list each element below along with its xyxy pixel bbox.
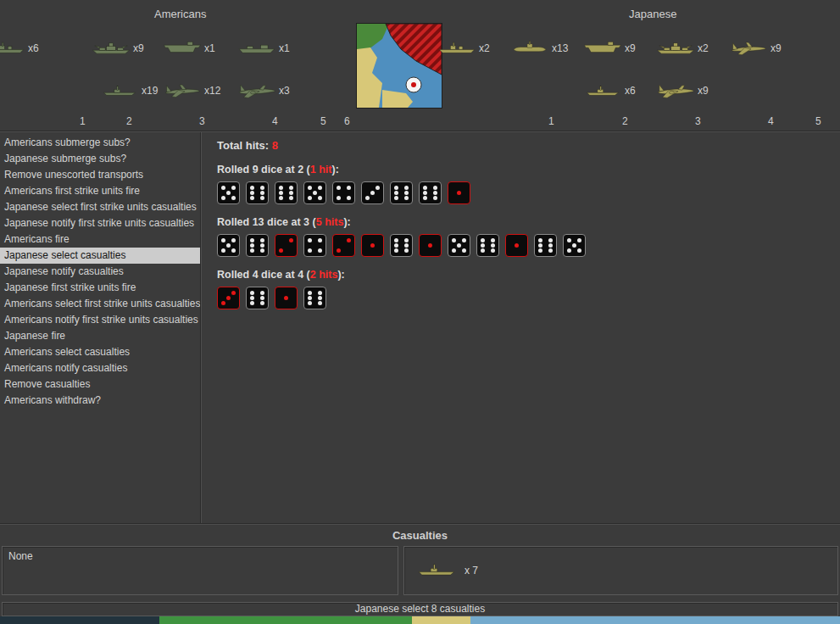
unit-count: x6 [625, 85, 636, 97]
unit-count: x12 [204, 85, 220, 97]
battle-steps-list: Americans submerge subs?Japanese submerg… [0, 132, 201, 523]
battle-step-item: Americans first strike units fire [0, 183, 200, 199]
die-6-miss [246, 181, 269, 204]
unit-count: x19 [142, 85, 158, 97]
unit-count: x2 [479, 42, 490, 54]
unit-count: x9 [770, 42, 782, 54]
casualties-none-text: None [8, 550, 33, 562]
die-5-miss [303, 181, 326, 204]
battle-status-bar: Japanese select 8 casualties [2, 602, 838, 616]
background-map-strip [0, 616, 840, 624]
die-6-miss [419, 181, 442, 204]
battle-window: Americans Japanese x6x9x1x1x19x12x3x2 [0, 0, 840, 624]
die-5-miss [563, 234, 586, 257]
die-1-hit [419, 234, 442, 257]
battle-map-image [357, 24, 442, 108]
casualty-unit[interactable] [414, 557, 459, 585]
total-hits-value: 8 [272, 139, 278, 152]
die-1-hit [448, 181, 470, 204]
die-4-miss [332, 181, 355, 204]
die-6-miss [303, 287, 326, 309]
attack-column-americans-5: 5 [320, 115, 326, 127]
battle-step-item: Remove casualties [0, 376, 200, 393]
casualties-selected-panel: x 7 [403, 546, 838, 595]
dice-row [217, 181, 840, 204]
battle-step-item: Americans withdraw? [0, 393, 200, 409]
total-hits-label: Total hits: [217, 139, 269, 152]
battleship-icon [92, 37, 131, 59]
unit-japanese-bomber: x9 [656, 78, 709, 103]
battle-step-item: Americans fire [0, 231, 200, 248]
battle-step-item: Japanese submerge subs? [0, 151, 200, 167]
die-6-miss [476, 234, 499, 257]
die-1-hit [361, 234, 384, 257]
attack-column-americans-3: 3 [199, 115, 205, 127]
attack-column-americans-6: 6 [344, 115, 350, 127]
battle-step-item: Remove unescorted transports [0, 167, 200, 183]
destroyer-icon [100, 80, 139, 102]
cruiser-icon [437, 37, 476, 59]
unit-count: x1 [279, 42, 290, 54]
battle-map-thumbnail [357, 24, 442, 108]
battle-step-item: Americans notify casualties [0, 360, 200, 376]
battle-step-item: Americans select casualties [0, 344, 200, 360]
die-2-hit [332, 234, 355, 257]
battle-step-item: Japanese first strike units fire [0, 280, 200, 296]
battle-step-item: Japanese fire [0, 328, 200, 344]
battle-step-item: Japanese select first strike units casua… [0, 199, 200, 215]
dice-roll-label: Rolled 4 dice at 4 (2 hits): [217, 269, 840, 281]
die-2-hit [275, 234, 298, 257]
die-6-miss [390, 234, 413, 257]
unit-count: x1 [204, 42, 215, 54]
fighter-icon [729, 37, 768, 59]
die-5-miss [217, 234, 240, 257]
attack-column-japanese-3: 3 [695, 115, 701, 127]
dice-roll-label: Rolled 13 dice at 3 (5 hits): [217, 216, 840, 228]
bomber-icon [237, 80, 276, 102]
unit-count: x6 [28, 42, 39, 54]
destroyer-icon [583, 80, 622, 102]
attack-column-americans-2: 2 [126, 115, 132, 127]
die-6-miss [534, 234, 557, 257]
unit-count: x3 [279, 85, 290, 97]
battle-step-item: Japanese notify first strike units casua… [0, 215, 200, 231]
americans-side-label: Americans [154, 8, 206, 20]
attack-column-japanese-1: 1 [548, 115, 554, 127]
attack-column-japanese-5: 5 [815, 115, 821, 127]
submarine-icon [510, 37, 549, 59]
unit-count: x2 [698, 42, 709, 54]
die-6-miss [246, 234, 269, 257]
unit-japanese-submarine: x13 [510, 36, 568, 61]
unit-count: x9 [625, 42, 636, 54]
attack-column-americans-4: 4 [272, 115, 278, 127]
unit-americans-cruiser: x6 [0, 36, 39, 61]
fighter-icon [163, 80, 202, 102]
battle-step-item: Americans submerge subs? [0, 135, 200, 151]
attack-column-americans-1: 1 [80, 115, 86, 127]
battle-step-item: Japanese notify casualties [0, 264, 200, 280]
unit-americans-fighter: x12 [163, 78, 220, 103]
bomber-icon [656, 80, 695, 102]
dice-row [217, 287, 840, 309]
attack-column-japanese-2: 2 [622, 115, 628, 127]
battle-step-item: Japanese select casualties [0, 248, 200, 264]
battle-middle-area: Americans submerge subs?Japanese submerg… [0, 131, 840, 523]
dice-rows: Rolled 9 dice at 2 (1 hit):Rolled 13 dic… [217, 164, 840, 309]
die-4-miss [303, 234, 326, 257]
destroyer-icon [414, 557, 459, 582]
die-6-miss [275, 181, 298, 204]
battleship-icon [656, 37, 695, 59]
die-5-miss [217, 181, 240, 204]
casualties-none-panel: None [2, 546, 398, 595]
dice-panel: Total hits: 8 Rolled 9 dice at 2 (1 hit)… [203, 132, 840, 523]
die-1-hit [505, 234, 528, 257]
attack-column-japanese-4: 4 [768, 115, 774, 127]
unit-americans-destroyer: x19 [100, 78, 158, 103]
battle-units-panel: Americans Japanese x6x9x1x1x19x12x3x2 [0, 0, 840, 131]
casualties-title: Casualties [0, 524, 840, 542]
unit-japanese-destroyer: x6 [583, 78, 636, 103]
die-5-miss [448, 234, 470, 257]
japanese-side-label: Japanese [629, 8, 676, 20]
unit-americans-battleship: x9 [92, 36, 144, 61]
unit-americans-carrier: x1 [163, 36, 215, 61]
